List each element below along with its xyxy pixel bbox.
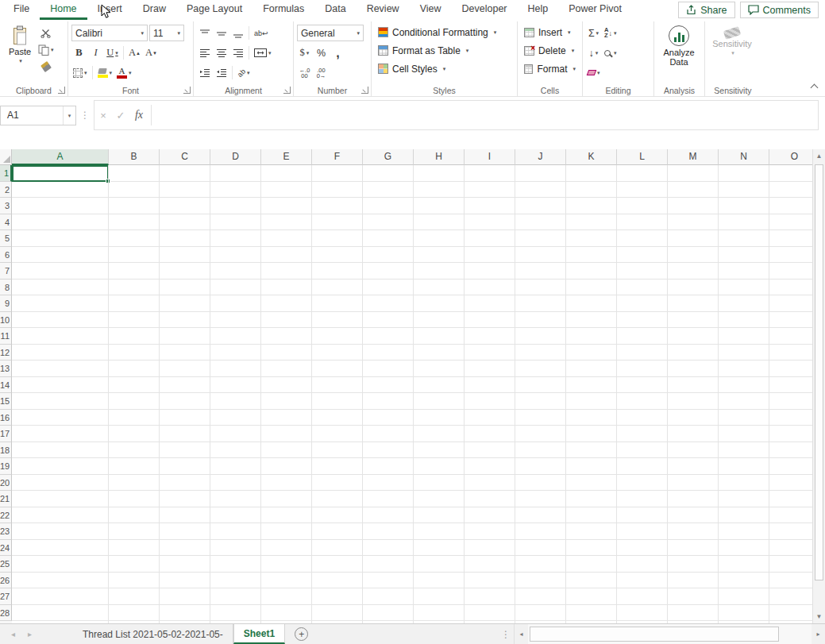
row-header-3[interactable]: 3 [0, 198, 12, 214]
row-header-12[interactable]: 12 [0, 345, 12, 361]
row-header-10[interactable]: 10 [0, 312, 12, 329]
comma-style-button[interactable]: , [330, 44, 345, 61]
align-top-button[interactable] [197, 25, 212, 41]
vertical-scroll-track[interactable] [813, 163, 825, 610]
row-header-6[interactable]: 6 [0, 247, 12, 264]
conditional-formatting-button[interactable]: Conditional Formatting ▾ [375, 23, 514, 41]
row-header-18[interactable]: 18 [0, 442, 12, 459]
align-center-button[interactable] [214, 44, 229, 61]
increase-font-size-button[interactable]: A▲ [127, 44, 142, 61]
tab-formulas[interactable]: Formulas [253, 0, 314, 20]
format-as-table-button[interactable]: Format as Table ▾ [375, 41, 514, 60]
tab-page-layout[interactable]: Page Layout [176, 0, 253, 20]
clipboard-dialog-launcher[interactable] [58, 87, 65, 94]
sort-filter-button[interactable]: AZ↓▾ [603, 25, 618, 41]
row-header-15[interactable]: 15 [0, 393, 12, 410]
cut-button[interactable] [37, 25, 56, 41]
scroll-up-arrow[interactable]: ▲ [813, 149, 825, 163]
number-format-select[interactable]: General▾ [297, 25, 364, 41]
collapse-ribbon-button[interactable] [811, 84, 819, 92]
decrease-decimal-button[interactable]: .000→ [314, 64, 329, 81]
orientation-button[interactable]: ab▾ [236, 64, 252, 81]
row-header-14[interactable]: 14 [0, 377, 12, 394]
new-sheet-button[interactable]: + [295, 627, 308, 641]
font-dialog-launcher[interactable] [183, 87, 191, 94]
clear-button[interactable]: ▾ [586, 64, 602, 81]
column-header-a[interactable]: A [12, 149, 109, 165]
merge-center-button[interactable]: ▾ [253, 44, 273, 61]
font-name-select[interactable]: Calibri▾ [71, 25, 148, 41]
find-select-button[interactable]: ▾ [603, 44, 619, 61]
cancel-button[interactable]: × [94, 110, 112, 121]
row-header-19[interactable]: 19 [0, 458, 12, 475]
percent-style-button[interactable]: % [314, 44, 329, 61]
row-header-26[interactable]: 26 [0, 573, 12, 589]
select-all-button[interactable] [0, 149, 12, 165]
accounting-format-button[interactable]: $▾ [297, 44, 312, 61]
tab-file[interactable]: File [3, 0, 40, 20]
wrap-text-button[interactable]: ab↩ [253, 25, 270, 41]
increase-indent-button[interactable] [214, 64, 229, 81]
row-header-22[interactable]: 22 [0, 507, 12, 524]
row-header-16[interactable]: 16 [0, 410, 12, 426]
horizontal-scrollbar[interactable]: ◂ ▸ [514, 624, 825, 644]
name-box-chevron-down-icon[interactable]: ▾ [63, 106, 75, 125]
share-button[interactable]: Share [678, 2, 734, 18]
row-header-17[interactable]: 17 [0, 426, 12, 442]
column-header-g[interactable]: G [363, 149, 414, 165]
analyze-data-button[interactable]: Analyze Data [657, 23, 700, 67]
insert-function-button[interactable]: fx [129, 109, 148, 121]
horizontal-scroll-track[interactable] [528, 624, 812, 644]
formula-bar-splitter[interactable]: ⋮ [80, 110, 90, 121]
row-header-7[interactable]: 7 [0, 263, 12, 280]
align-left-button[interactable] [197, 44, 212, 61]
row-header-25[interactable]: 25 [0, 556, 12, 573]
column-header-o[interactable]: O [769, 149, 812, 165]
sheet-nav-left-arrow[interactable]: ◂ [11, 630, 15, 638]
align-right-button[interactable] [230, 44, 245, 61]
row-header-20[interactable]: 20 [0, 475, 12, 492]
delete-cells-button[interactable]: Delete ▾ [521, 41, 579, 60]
tab-scrollbar-splitter[interactable]: ⋮ [501, 629, 511, 640]
sensitivity-button[interactable]: Sensitivity ▾ [708, 23, 756, 56]
tab-power-pivot[interactable]: Power Pivot [558, 0, 632, 20]
align-middle-button[interactable] [214, 25, 229, 41]
comments-button[interactable]: Comments [740, 2, 819, 18]
column-header-i[interactable]: I [465, 149, 515, 165]
column-header-n[interactable]: N [719, 149, 769, 165]
paste-button[interactable]: Paste ▾ [3, 23, 37, 84]
column-header-l[interactable]: L [617, 149, 668, 165]
tab-home[interactable]: Home [40, 0, 87, 20]
alignment-dialog-launcher[interactable] [283, 87, 291, 94]
column-header-j[interactable]: J [515, 149, 566, 165]
number-dialog-launcher[interactable] [361, 87, 368, 94]
sheet-tab-sheet1[interactable]: Sheet1 [233, 624, 285, 644]
column-header-d[interactable]: D [210, 149, 261, 165]
row-header-23[interactable]: 23 [0, 523, 12, 540]
tab-insert[interactable]: Insert [87, 0, 133, 20]
column-header-k[interactable]: K [566, 149, 617, 165]
enter-button[interactable]: ✓ [112, 110, 129, 121]
scroll-down-arrow[interactable]: ▼ [813, 610, 825, 623]
row-header-24[interactable]: 24 [0, 540, 12, 557]
name-box[interactable]: A1 ▾ [0, 106, 76, 125]
formula-input[interactable] [154, 101, 818, 129]
scroll-right-arrow[interactable]: ▸ [812, 624, 825, 644]
format-cells-button[interactable]: Format ▾ [521, 60, 579, 78]
font-color-button[interactable]: A▾ [115, 64, 133, 81]
tab-developer[interactable]: Developer [452, 0, 518, 20]
vertical-scroll-thumb[interactable] [815, 164, 823, 580]
column-header-f[interactable]: F [312, 149, 363, 165]
row-header-27[interactable]: 27 [0, 588, 12, 605]
borders-button[interactable]: ▾ [71, 64, 89, 81]
align-bottom-button[interactable] [230, 25, 245, 41]
tab-review[interactable]: Review [357, 0, 410, 20]
tab-help[interactable]: Help [518, 0, 559, 20]
row-header-28[interactable]: 28 [0, 605, 12, 622]
horizontal-scroll-thumb[interactable] [530, 627, 779, 642]
cells[interactable] [12, 165, 812, 623]
autosum-button[interactable]: Σ▾ [586, 25, 601, 41]
row-header-9[interactable]: 9 [0, 295, 12, 312]
selected-cell[interactable] [12, 165, 109, 182]
decrease-indent-button[interactable] [197, 64, 212, 81]
